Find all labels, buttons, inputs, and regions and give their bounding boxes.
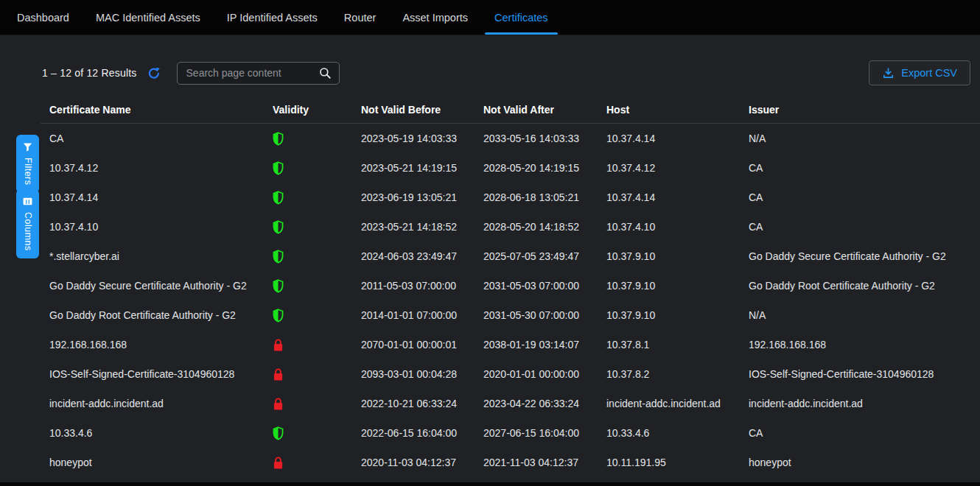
not-valid-after-cell: 2028-06-18 13:05:21: [483, 191, 606, 203]
tab-router[interactable]: Router: [331, 0, 390, 35]
host-cell: 10.37.4.14: [606, 133, 749, 144]
lock-invalid-icon: [273, 367, 284, 381]
lock-invalid-icon: [273, 456, 284, 470]
not-valid-before-cell: 2022-06-15 16:04:00: [361, 427, 483, 439]
table-row[interactable]: CA 2023-05-19 14:0: [41, 124, 980, 153]
certificate-name-cell: IOS-Self-Signed-Certificate-3104960128: [49, 368, 273, 380]
issuer-cell: CA: [749, 427, 980, 439]
shield-valid-icon: [273, 279, 284, 293]
filters-button[interactable]: Filters: [16, 135, 39, 193]
validity-cell: [273, 426, 361, 440]
table-row[interactable]: IOS-Self-Signed-Certificate-3104960128: [41, 359, 980, 389]
column-header-issuer[interactable]: Issuer: [749, 104, 980, 116]
not-valid-before-cell: 2024-06-03 23:49:47: [361, 250, 483, 262]
table-header-row: Certificate NameValidityNot Valid Before…: [41, 96, 980, 124]
export-csv-button[interactable]: Export CSV: [869, 60, 970, 85]
filter-funnel-icon: [22, 141, 33, 152]
issuer-cell: CA: [749, 191, 980, 203]
column-header-not-valid-after[interactable]: Not Valid After: [483, 104, 606, 116]
tab-ip-identified-assets[interactable]: IP Identified Assets: [214, 0, 331, 35]
issuer-cell: incident-addc.incident.ad: [749, 398, 980, 409]
table-row[interactable]: honeypot 2020-11-0: [41, 448, 980, 477]
tab-mac-identified-assets[interactable]: MAC Identified Assets: [83, 0, 214, 35]
table-row[interactable]: incident-addc.incident.ad: [41, 389, 980, 418]
top-tab-bar: DashboardMAC Identified AssetsIP Identif…: [0, 0, 980, 35]
validity-cell: [273, 367, 361, 381]
not-valid-after-cell: 2028-05-20 14:19:15: [483, 162, 606, 174]
table-row[interactable]: Go Daddy Secure Certificate Authority - …: [41, 271, 980, 300]
certificate-name-cell: CA: [49, 133, 273, 144]
not-valid-after-cell: 2033-05-16 14:03:33: [483, 133, 606, 144]
validity-cell: [273, 132, 361, 146]
columns-button[interactable]: Columns: [16, 189, 39, 258]
not-valid-before-cell: 2093-03-01 00:04:28: [361, 368, 483, 380]
not-valid-after-cell: 2027-06-15 16:04:00: [483, 427, 606, 439]
columns-button-label: Columns: [23, 212, 33, 251]
tab-certificates[interactable]: Certificates: [481, 0, 561, 35]
host-cell: 10.37.8.1: [606, 339, 749, 351]
not-valid-after-cell: 2038-01-19 03:14:07: [483, 339, 606, 351]
table-row[interactable]: 10.33.4.6 2022-06-: [41, 418, 980, 448]
not-valid-before-cell: 2011-05-03 07:00:00: [361, 280, 483, 292]
not-valid-before-cell: 2022-10-21 06:33:24: [361, 398, 483, 409]
validity-cell: [273, 161, 361, 175]
not-valid-after-cell: 2023-04-22 06:33:24: [483, 398, 606, 409]
issuer-cell: N/A: [749, 309, 980, 321]
search-box: [177, 62, 340, 85]
not-valid-after-cell: 2031-05-03 07:00:00: [483, 280, 606, 292]
tab-asset-imports[interactable]: Asset Imports: [389, 0, 481, 35]
validity-cell: [273, 338, 361, 352]
validity-cell: [273, 456, 361, 470]
certificate-name-cell: 10.37.4.12: [49, 162, 273, 174]
host-cell: 10.37.4.10: [606, 221, 749, 233]
table-row[interactable]: Go Daddy Root Certificate Authority - G2: [41, 300, 980, 330]
lock-invalid-icon: [273, 397, 284, 411]
certificate-name-cell: incident-addc.incident.ad: [49, 398, 273, 409]
tab-dashboard[interactable]: Dashboard: [4, 0, 83, 35]
export-csv-label: Export CSV: [901, 67, 957, 79]
issuer-cell: CA: [749, 162, 980, 174]
column-header-certificate-name[interactable]: Certificate Name: [49, 104, 273, 116]
certificate-name-cell: 10.37.4.10: [49, 221, 273, 233]
host-cell: 10.37.9.10: [606, 309, 749, 321]
column-header-validity[interactable]: Validity: [273, 104, 361, 116]
validity-cell: [273, 220, 361, 234]
not-valid-after-cell: 2031-05-30 07:00:00: [483, 309, 606, 321]
certificate-name-cell: honeypot: [49, 457, 273, 468]
issuer-cell: CA: [749, 221, 980, 233]
certificate-name-cell: 10.37.4.14: [49, 191, 273, 203]
certificate-name-cell: Go Daddy Root Certificate Authority - G2: [49, 309, 273, 321]
table-row[interactable]: 10.37.4.10 2023-05: [41, 212, 980, 242]
shield-valid-icon: [273, 220, 284, 234]
column-header-host[interactable]: Host: [606, 104, 749, 116]
shield-valid-icon: [273, 426, 284, 440]
shield-valid-icon: [273, 309, 284, 323]
table-row[interactable]: 10.37.4.14 2023-06: [41, 183, 980, 212]
validity-cell: [273, 279, 361, 293]
host-cell: 10.37.4.12: [606, 162, 749, 174]
not-valid-after-cell: 2025-07-05 23:49:47: [483, 250, 606, 262]
certificate-name-cell: 10.33.4.6: [49, 427, 273, 439]
table-row[interactable]: 10.37.4.12 2023-05: [41, 153, 980, 183]
host-cell: 10.37.4.14: [606, 191, 749, 203]
table-row[interactable]: 192.168.168.168 20: [41, 330, 980, 359]
issuer-cell: honeypot: [749, 457, 980, 468]
host-cell: 10.33.4.6: [606, 427, 749, 439]
host-cell: 10.37.9.10: [606, 280, 749, 292]
issuer-cell: IOS-Self-Signed-Certificate-3104960128: [749, 368, 980, 380]
certificate-name-cell: Go Daddy Secure Certificate Authority - …: [49, 280, 273, 292]
refresh-button[interactable]: [146, 65, 162, 81]
validity-cell: [273, 397, 361, 411]
validity-cell: [273, 250, 361, 264]
not-valid-before-cell: 2023-05-19 14:03:33: [361, 133, 483, 144]
download-icon: [882, 67, 895, 80]
search-input[interactable]: [186, 67, 318, 79]
toolbar: 1 – 12 of 12 Results: [0, 60, 980, 85]
column-header-not-valid-before[interactable]: Not Valid Before: [361, 104, 483, 116]
search-icon[interactable]: [318, 66, 332, 80]
results-count: 1 – 12 of 12 Results: [42, 67, 137, 79]
table-row[interactable]: *.stellarcyber.ai: [41, 242, 980, 271]
not-valid-before-cell: 2020-11-03 04:12:37: [361, 457, 483, 468]
not-valid-before-cell: 2014-01-01 07:00:00: [361, 309, 483, 321]
columns-grid-icon: [22, 196, 33, 207]
